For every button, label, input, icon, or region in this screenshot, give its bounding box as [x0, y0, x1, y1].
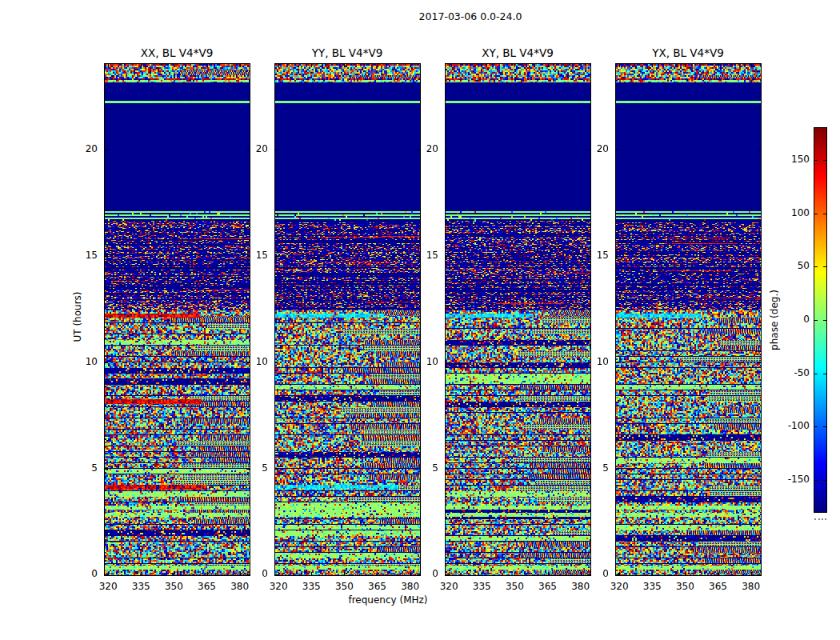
x-tick-label: 380	[401, 581, 419, 592]
x-tick-label: 350	[165, 581, 183, 592]
y-tick-label: 5	[239, 462, 268, 474]
y-tick-label: 15	[580, 250, 609, 261]
colorbar-tick-label: -50	[774, 367, 810, 378]
y-tick-label: 0	[69, 568, 98, 579]
colorbar-tick-label: 50	[774, 260, 810, 271]
x-tick-label: 350	[676, 581, 694, 592]
y-tick-label: 20	[239, 143, 268, 154]
x-tick-label: 365	[198, 581, 216, 592]
colorbar	[814, 127, 827, 513]
x-tick-label: 365	[538, 581, 557, 592]
panel-title-yx: YX, BL V4*V9	[652, 46, 724, 59]
x-tick-label: 335	[132, 581, 150, 592]
colorbar-tick-label: 100	[774, 207, 810, 218]
panel-title-yy: YY, BL V4*V9	[312, 46, 383, 59]
y-tick-label: 5	[69, 462, 98, 474]
x-axis-label: frequency (MHz)	[348, 594, 427, 606]
y-tick-label: 15	[69, 250, 98, 261]
figure: 2017-03-06 0.0-24.0 XX, BL V4*V9 YY, BL …	[0, 0, 840, 640]
x-tick-label: 335	[473, 581, 491, 592]
x-tick-label: 320	[99, 581, 118, 592]
colorbar-underflow-marks	[814, 518, 826, 520]
colorbar-tick-label: -150	[774, 474, 810, 485]
panel-title-xy: XY, BL V4*V9	[482, 46, 554, 59]
panel-title-xx: XX, BL V4*V9	[141, 46, 214, 59]
y-tick-label: 20	[580, 143, 609, 154]
x-tick-label: 320	[270, 581, 288, 592]
x-tick-label: 350	[506, 581, 524, 592]
x-tick-label: 320	[610, 581, 629, 592]
x-tick-label: 380	[230, 581, 249, 592]
heatmap-panel-yx	[615, 63, 762, 576]
colorbar-tick-label: 150	[774, 154, 810, 165]
y-tick-label: 5	[580, 462, 609, 474]
colorbar-tick-label: 0	[774, 314, 810, 325]
x-tick-label: 380	[742, 581, 760, 592]
x-tick-label: 365	[709, 581, 727, 592]
y-tick-label: 5	[410, 462, 438, 474]
x-tick-label: 380	[571, 581, 590, 592]
colorbar-tick-label: -100	[774, 420, 810, 431]
x-tick-label: 335	[643, 581, 662, 592]
y-tick-label: 0	[580, 568, 609, 579]
y-tick-label: 10	[239, 356, 268, 367]
y-tick-label: 0	[239, 568, 268, 579]
heatmap-panel-xy	[445, 63, 591, 576]
x-tick-label: 350	[335, 581, 354, 592]
y-tick-label: 0	[410, 568, 438, 579]
x-tick-label: 320	[440, 581, 458, 592]
y-tick-label: 10	[410, 356, 438, 367]
figure-title: 2017-03-06 0.0-24.0	[419, 10, 522, 22]
y-tick-label: 20	[410, 143, 438, 154]
y-tick-label: 15	[239, 250, 268, 261]
y-tick-label: 15	[410, 250, 438, 261]
y-tick-label: 10	[580, 356, 609, 367]
x-tick-label: 365	[368, 581, 386, 592]
y-tick-label: 20	[69, 143, 98, 154]
heatmap-panel-yy	[274, 63, 421, 576]
y-tick-label: 10	[69, 356, 98, 367]
x-tick-label: 335	[302, 581, 321, 592]
heatmap-panel-xx	[104, 63, 250, 576]
y-axis-label: UT (hours)	[72, 291, 83, 342]
